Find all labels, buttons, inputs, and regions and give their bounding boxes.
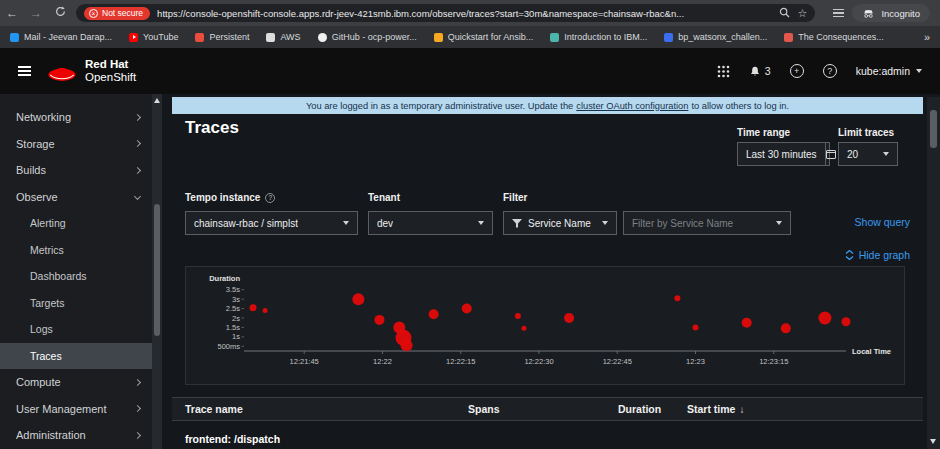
- zoom-icon[interactable]: [779, 4, 790, 22]
- sidebar-item-networking[interactable]: Networking: [0, 104, 152, 131]
- quick-create-icon[interactable]: [790, 64, 804, 78]
- banner-text: to allow others to log in.: [691, 101, 789, 111]
- bookmark-label: GitHub - ocp-power...: [332, 32, 417, 42]
- sidebar-item-logs[interactable]: Logs: [0, 316, 152, 343]
- tempo-instance-label: Tempo instance: [185, 192, 275, 203]
- forward-icon[interactable]: [24, 6, 48, 20]
- sidebar-item-label: User Management: [16, 403, 107, 415]
- not-secure-icon: [89, 9, 98, 18]
- table-row[interactable]: frontend: /dispatch: [172, 421, 923, 445]
- bookmark-item[interactable]: Quickstart for Ansib...: [434, 32, 534, 42]
- svg-text:12:22:30: 12:22:30: [524, 357, 553, 366]
- bookmarks-overflow-icon[interactable]: [924, 31, 930, 43]
- tempo-instance-select[interactable]: chainsaw-rbac / simplst: [185, 211, 358, 235]
- column-header-duration[interactable]: Duration: [618, 403, 687, 415]
- column-header-start-time[interactable]: Start time: [687, 403, 923, 415]
- column-header-label: Start time: [687, 403, 735, 415]
- sidebar-item-observe[interactable]: Observe: [0, 184, 152, 211]
- ibm-favicon: [550, 33, 559, 42]
- sidebar-item-dashboards[interactable]: Dashboards: [0, 263, 152, 290]
- sidebar-item-administration[interactable]: Administration: [0, 422, 152, 449]
- user-menu[interactable]: kube:admin: [856, 65, 922, 77]
- bookmark-item[interactable]: The Consequences...: [784, 32, 884, 42]
- bookmark-item[interactable]: YouTube: [129, 32, 178, 42]
- hide-graph-link[interactable]: Hide graph: [845, 249, 910, 261]
- persistent-favicon: [195, 33, 204, 42]
- brand-text: Red Hat OpenShift: [85, 58, 136, 84]
- table-header-row: Trace name Spans Duration Start time: [172, 397, 923, 421]
- not-secure-label: Not secure: [102, 8, 143, 18]
- redhat-fedora-icon: [47, 61, 77, 82]
- chevron-down-icon: [883, 152, 889, 156]
- collapse-icon: [845, 250, 854, 260]
- sidebar-item-traces[interactable]: Traces: [0, 343, 152, 370]
- scroll-down-icon[interactable]: [930, 439, 936, 444]
- notifications-button[interactable]: 3: [749, 65, 771, 78]
- filter-type-select[interactable]: Service Name: [503, 211, 617, 235]
- scroll-up-icon[interactable]: [154, 98, 160, 103]
- help-info-icon[interactable]: [265, 193, 275, 203]
- trace-duration-scatter-chart[interactable]: Duration3.5s3s2.5s2s1.5s1s500ms12:21:451…: [186, 271, 904, 371]
- service-name-filter-input[interactable]: [632, 218, 776, 229]
- info-banner: You are logged in as a temporary adminis…: [172, 97, 923, 114]
- ansible-favicon: [434, 33, 443, 42]
- bookmark-item[interactable]: Persistent: [195, 32, 249, 42]
- bookmark-label: The Consequences...: [798, 32, 884, 42]
- sidebar-item-label: Observe: [16, 191, 58, 203]
- oauth-configuration-link[interactable]: cluster OAuth configuration: [576, 101, 688, 111]
- sidebar-item-label: Traces: [30, 350, 62, 362]
- bookmark-item[interactable]: Introduction to IBM...: [550, 32, 647, 42]
- bookmark-star-icon[interactable]: [798, 7, 808, 20]
- sidebar-item-metrics[interactable]: Metrics: [0, 237, 152, 264]
- limit-traces-select[interactable]: 20: [838, 142, 898, 166]
- screen: Not secure https://console-openshift-con…: [0, 0, 940, 449]
- scrollbar-thumb[interactable]: [154, 204, 160, 336]
- time-range-label: Time range: [737, 127, 790, 138]
- svg-text:1.5s: 1.5s: [226, 323, 240, 332]
- help-icon[interactable]: [823, 64, 837, 78]
- sidebar-item-builds[interactable]: Builds: [0, 157, 152, 184]
- bookmark-item[interactable]: bp_watsonx_challen...: [664, 32, 767, 42]
- sidebar-item-label: Builds: [16, 164, 46, 176]
- sidebar-item-targets[interactable]: Targets: [0, 290, 152, 317]
- scrollbar-thumb[interactable]: [930, 110, 937, 148]
- url-text[interactable]: https://console-openshift-console.apps.r…: [157, 8, 770, 19]
- time-range-value: Last 30 minutes: [738, 149, 825, 160]
- svg-text:2.5s: 2.5s: [226, 304, 240, 313]
- calendar-button[interactable]: [825, 143, 836, 165]
- chevron-right-icon: [134, 114, 141, 121]
- reload-icon[interactable]: [48, 6, 72, 20]
- app-launcher-icon[interactable]: [717, 65, 730, 78]
- svg-text:12:22:45: 12:22:45: [603, 357, 632, 366]
- sidebar-item-alerting[interactable]: Alerting: [0, 210, 152, 237]
- nav-toggle-icon[interactable]: [18, 66, 31, 76]
- time-range-select[interactable]: Last 30 minutes: [737, 142, 830, 166]
- content-scrollbar[interactable]: [927, 97, 940, 449]
- side-panel-icon[interactable]: [833, 9, 844, 18]
- calendar-icon: [826, 150, 836, 159]
- trace-name-link[interactable]: frontend: /dispatch: [185, 433, 468, 445]
- sidebar-item-storage[interactable]: Storage: [0, 131, 152, 158]
- limit-traces-value: 20: [847, 149, 858, 160]
- back-icon[interactable]: [0, 6, 24, 20]
- sidebar-item-user-management[interactable]: User Management: [0, 396, 152, 423]
- bookmark-item[interactable]: AWS: [266, 32, 300, 42]
- address-bar[interactable]: Not secure https://console-openshift-con…: [76, 4, 815, 22]
- tenant-select[interactable]: dev: [368, 211, 493, 235]
- github-favicon: [318, 33, 327, 42]
- bookmark-item[interactable]: Mail - Jeevan Darap...: [10, 32, 112, 42]
- column-header-trace-name[interactable]: Trace name: [185, 403, 468, 415]
- not-secure-badge[interactable]: Not secure: [84, 7, 150, 20]
- youtube-favicon: [129, 33, 138, 42]
- aws-favicon: [266, 33, 275, 42]
- bookmark-item[interactable]: GitHub - ocp-power...: [318, 32, 417, 42]
- bookmark-label: Quickstart for Ansib...: [448, 32, 534, 42]
- mail-favicon: [10, 33, 19, 42]
- column-header-spans[interactable]: Spans: [468, 403, 618, 415]
- browser-toolbar: Not secure https://console-openshift-con…: [0, 0, 940, 26]
- sidebar-scrollbar[interactable]: [152, 94, 162, 449]
- sidebar-item-compute[interactable]: Compute: [0, 369, 152, 396]
- service-name-filter: [623, 211, 791, 235]
- bookmarks-bar: Mail - Jeevan Darap... YouTube Persisten…: [0, 26, 940, 48]
- show-query-link[interactable]: Show query: [855, 216, 910, 228]
